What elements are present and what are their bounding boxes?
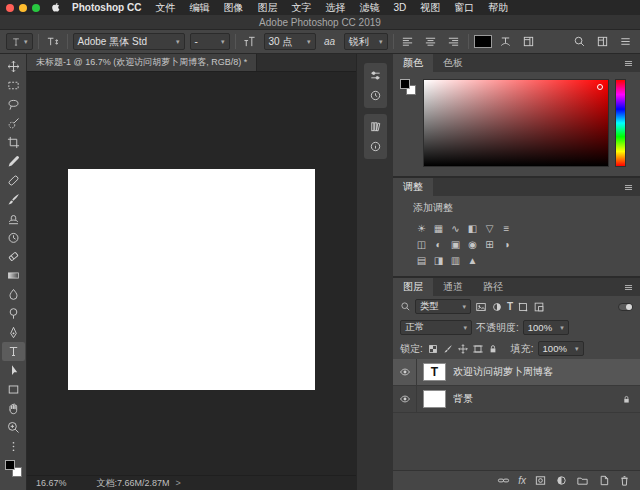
tab-paths[interactable]: 路径	[473, 278, 513, 296]
filter-toggle-switch[interactable]	[618, 303, 633, 311]
rectangle-tool-button[interactable]	[2, 380, 25, 399]
menu-item-edit[interactable]: 编辑	[182, 1, 216, 15]
align-center-button[interactable]	[422, 33, 440, 51]
character-panel-button[interactable]	[520, 33, 538, 51]
clone-stamp-tool-button[interactable]	[2, 209, 25, 228]
new-group-icon[interactable]	[576, 474, 589, 487]
zoom-tool-button[interactable]	[2, 418, 25, 437]
foreground-color-swatch[interactable]	[5, 460, 15, 470]
adjustment-channel-mixer-button[interactable]: ◉	[464, 236, 481, 252]
eraser-tool-button[interactable]	[2, 247, 25, 266]
app-menu[interactable]: Photoshop CC	[65, 2, 148, 13]
filter-type-select[interactable]: 类型 ▾	[415, 299, 471, 314]
lock-artboard-icon[interactable]	[472, 343, 484, 355]
fill-input[interactable]: 100% ▾	[538, 341, 584, 356]
saturation-brightness-field[interactable]	[423, 79, 609, 167]
panel-menu-button[interactable]	[623, 178, 640, 196]
blend-mode-select[interactable]: 正常 ▾	[400, 320, 472, 335]
text-layer-thumbnail[interactable]: T	[423, 363, 446, 381]
eyedropper-tool-button[interactable]	[2, 152, 25, 171]
document-canvas[interactable]	[68, 169, 315, 390]
workspace-switcher-button[interactable]	[593, 33, 611, 51]
layer-visibility-toggle[interactable]	[393, 359, 417, 385]
new-layer-icon[interactable]	[597, 474, 610, 487]
adjustment-posterize-button[interactable]: ▤	[413, 252, 430, 268]
align-left-button[interactable]	[399, 33, 417, 51]
tab-adjustments[interactable]: 调整	[393, 178, 433, 196]
adjustment-levels-button[interactable]: ▦	[430, 220, 447, 236]
adjustment-color-lookup-button[interactable]: ⊞	[481, 236, 498, 252]
brush-tool-button[interactable]	[2, 190, 25, 209]
anti-alias-select[interactable]: 锐利 ▾	[344, 33, 388, 50]
rectangular-marquee-tool-button[interactable]	[2, 76, 25, 95]
adjustment-vibrance-button[interactable]: ▽	[481, 220, 498, 236]
link-layers-icon[interactable]	[497, 474, 510, 487]
type-layer-filter-icon[interactable]: T	[507, 301, 513, 312]
new-adjustment-layer-icon[interactable]	[555, 474, 568, 487]
layer-name[interactable]: 欢迎访问胡萝卜周博客	[453, 365, 640, 379]
background-lock[interactable]	[621, 394, 640, 405]
menu-item-image[interactable]: 图像	[216, 1, 250, 15]
hand-tool-button[interactable]	[2, 399, 25, 418]
properties-panel-icon[interactable]	[369, 69, 382, 82]
delete-layer-icon[interactable]	[618, 474, 631, 487]
foreground-color-swatch[interactable]	[400, 79, 410, 89]
panel-menu-button[interactable]	[623, 278, 640, 296]
menu-item-window[interactable]: 窗口	[447, 1, 481, 15]
adjustment-selective-color-button[interactable]: ▲	[464, 252, 481, 268]
tab-swatches[interactable]: 色板	[433, 54, 473, 72]
close-button[interactable]	[6, 4, 14, 12]
adjustment-gradient-map-button[interactable]: ▥	[447, 252, 464, 268]
layer-mask-icon[interactable]	[534, 474, 547, 487]
adjustment-color-balance-button[interactable]: ◫	[413, 236, 430, 252]
adjustment-invert-button[interactable]: ◑	[498, 236, 515, 252]
document-size-info[interactable]: 文档:7.66M/2.87M	[97, 477, 170, 490]
blur-tool-button[interactable]	[2, 285, 25, 304]
document-tab[interactable]: 未标题-1 @ 16.7% (欢迎访问胡萝卜周博客, RGB/8) *	[27, 54, 257, 71]
lock-transparency-icon[interactable]	[427, 343, 439, 355]
gradient-tool-button[interactable]	[2, 266, 25, 285]
minimize-button[interactable]	[19, 4, 27, 12]
pen-tool-button[interactable]	[2, 323, 25, 342]
history-brush-tool-button[interactable]	[2, 228, 25, 247]
menu-item-view[interactable]: 视图	[413, 1, 447, 15]
path-selection-tool-button[interactable]	[2, 361, 25, 380]
type-tool-button[interactable]	[2, 342, 25, 361]
search-button[interactable]	[570, 33, 588, 51]
adjustment-hue-saturation-button[interactable]: ≡	[498, 220, 515, 236]
adjustment-threshold-button[interactable]: ◨	[430, 252, 447, 268]
smart-object-filter-icon[interactable]	[533, 301, 545, 313]
opacity-input[interactable]: 100% ▾	[523, 320, 569, 335]
panel-menu-button[interactable]	[623, 54, 640, 72]
libraries-panel-icon[interactable]	[369, 120, 382, 133]
adjustment-black-white-button[interactable]: ◐	[430, 236, 447, 252]
align-right-button[interactable]	[445, 33, 463, 51]
adjustment-photo-filter-button[interactable]: ▣	[447, 236, 464, 252]
font-family-select[interactable]: Adobe 黑体 Std ▾	[73, 33, 185, 50]
menu-item-filter[interactable]: 滤镜	[352, 1, 386, 15]
tab-channels[interactable]: 通道	[433, 278, 473, 296]
layer-row-text[interactable]: T 欢迎访问胡萝卜周博客	[393, 359, 640, 386]
move-tool-button[interactable]	[2, 57, 25, 76]
lasso-tool-button[interactable]	[2, 95, 25, 114]
info-panel-icon[interactable]	[369, 140, 382, 153]
crop-tool-button[interactable]	[2, 133, 25, 152]
menu-item-file[interactable]: 文件	[148, 1, 182, 15]
dodge-tool-button[interactable]	[2, 304, 25, 323]
lock-all-icon[interactable]	[487, 343, 499, 355]
text-color-swatch[interactable]	[474, 35, 492, 48]
menu-item-layer[interactable]: 图层	[250, 1, 284, 15]
font-size-select[interactable]: 30 点 ▾	[264, 33, 316, 50]
tab-layers[interactable]: 图层	[393, 278, 433, 296]
layer-visibility-toggle[interactable]	[393, 386, 417, 412]
fullscreen-button[interactable]	[32, 4, 40, 12]
status-chevron-icon[interactable]: >	[176, 478, 181, 488]
layer-name[interactable]: 背景	[453, 392, 621, 406]
apple-menu-icon[interactable]	[50, 2, 61, 13]
text-orientation-button[interactable]	[44, 33, 62, 51]
warp-text-button[interactable]	[497, 33, 515, 51]
history-panel-icon[interactable]	[369, 89, 382, 102]
adjustment-exposure-button[interactable]: ◧	[464, 220, 481, 236]
spot-healing-brush-tool-button[interactable]	[2, 171, 25, 190]
adjustment-layer-filter-icon[interactable]	[491, 301, 503, 313]
